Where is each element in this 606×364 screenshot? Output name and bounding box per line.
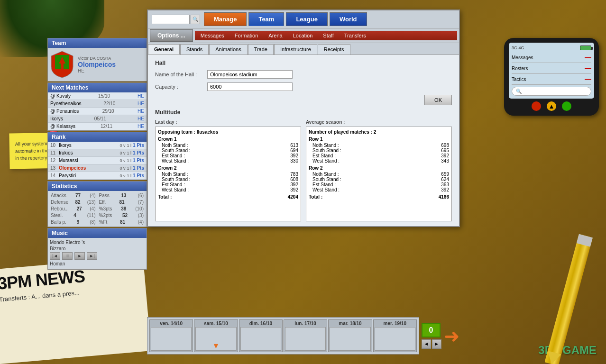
phone-nav-button[interactable]: ▲ [547,101,556,111]
phone-end-button[interactable] [532,101,541,111]
tab-general[interactable]: General [148,44,180,55]
stat-row-right: %2pts52(3) [98,212,146,218]
calendar-day[interactable]: lun. 17/10 [284,319,327,352]
team-button[interactable]: Team [248,12,284,26]
phone-screen: 3G 4G Messages — Rosters — Tactics — 🔍 [509,43,594,99]
row2-noth-val: 659 [441,172,449,177]
stat-extra: (8) [90,219,95,225]
pencil-tip [545,351,561,364]
sub-nav: Messages Formation Arena Location Staff … [195,31,457,40]
cal-day-label: mer. 19/10 [375,321,415,326]
tab-animations[interactable]: Animations [209,44,247,55]
search-input[interactable] [152,15,190,24]
phone-tactics-item[interactable]: Tactics — [512,74,591,85]
world-button[interactable]: World [330,12,367,26]
cal-day-box [375,327,415,351]
crown1-noth-line: Noth Stand : 613 [158,143,298,148]
cal-day-box: ▼ [195,327,236,351]
match-name: @ Kelassys [50,124,75,129]
messages-button[interactable]: Messages [196,31,229,40]
newspaper: 3PM NEWS Transferts : A... dans a pres..… [0,256,151,364]
formation-button[interactable]: Formation [230,31,263,40]
music-section: Music Mondo Electro 's Bizzaro |◄ ⏸ ► ►|… [47,228,147,270]
hall-name-input[interactable] [207,70,293,79]
stat-extra: (11) [87,213,96,218]
music-next-button[interactable]: ►| [87,252,97,260]
crown2-west-val: 392 [290,187,298,192]
phone-messages-dash: — [585,54,591,61]
calendar-day[interactable]: mar. 18/10 [328,319,372,352]
tab-receipts[interactable]: Receipts [318,44,350,55]
phone-search-bar[interactable]: 🔍 [512,87,591,96]
phone-messages-item[interactable]: Messages — [512,52,591,63]
location-button[interactable]: Location [288,31,318,40]
transfers-button[interactable]: Transfers [340,31,371,40]
phone-rosters-item[interactable]: Rosters — [512,63,591,74]
phone-buttons: ▲ [509,101,594,111]
stat-extra: (4) [90,206,95,211]
stat-val: 4 [73,213,76,218]
avg-season-total-val: 4166 [439,194,449,200]
team-section: Team Victor DA COSTA Olompeicos HE [47,38,147,82]
crown2-noth-line: Noth Stand : 783 [158,172,298,177]
last-day-total-label: Total : [158,194,172,200]
game-window: 🔍 Manage Team League World Options ... M… [147,9,460,227]
row1-title: Row 1 [309,136,449,142]
rank-points: 1 Pts [133,165,144,171]
calendar-day[interactable]: ven. 14/10 [149,319,193,352]
tab-trade[interactable]: Trade [248,44,274,55]
multitude-columns: Last day : Opposing team : Ilusaekos Cro… [155,119,452,221]
tab-infrastructure[interactable]: Infrastructure [274,44,317,55]
league-button[interactable]: League [286,12,328,26]
arena-button[interactable]: Arena [264,31,287,40]
music-play-button[interactable]: ► [74,252,85,260]
cal-day-box [240,327,281,351]
calendar-arrow-icon[interactable]: ➜ [444,325,460,347]
music-controls: |◄ ⏸ ► ►| [50,252,145,260]
row2-south-val: 624 [441,177,449,182]
row1-est-line: Est Stand : 392 [309,153,449,158]
crown1-title: Crown 1 [158,136,298,142]
manage-button[interactable]: Manage [204,12,247,26]
stat-val2: 81 [120,219,125,225]
search-button[interactable]: 🔍 [191,15,200,24]
options-bar: Options ... Messages Formation Arena Loc… [148,28,459,43]
row1-west-val: 343 [441,158,449,164]
calendar-day[interactable]: sam. 15/10▼ [194,319,238,352]
phone-rosters-dash: — [585,64,591,72]
tabs: General Stands Animations Trade Infrastr… [148,43,459,55]
music-prev-button[interactable]: |◄ [50,252,60,260]
options-button[interactable]: Options ... [150,29,193,42]
crown1-est-label: Est Stand : [162,153,185,158]
crown2-south-label: South Stand : [162,177,191,182]
stat-label: Balls p. [51,219,66,225]
hall-capacity-input[interactable] [207,82,293,91]
rank-row: 10Ikorys0 v1 l1 Pts [48,142,147,149]
calendar-day[interactable]: mer. 19/10 [373,319,417,352]
team-name: Olompeicos [78,61,144,68]
stat-row-left: Steal.4(11) [49,212,97,218]
last-day-header: Last day : [155,119,301,125]
crown2-noth-val: 783 [290,172,298,177]
staff-button[interactable]: Staff [318,31,338,40]
match-name: @ Kuvuly [50,93,71,99]
row1-noth-label: Noth Stand : [312,143,339,148]
match-date: 15/10 [98,93,110,99]
match-type: HE [138,101,144,106]
phone-tactics-dash: — [585,75,591,83]
row2-est-line: Est Stand : 363 [309,182,449,187]
calendar-next-button[interactable]: ► [432,339,441,349]
calendar-day[interactable]: dim. 16/10 [239,319,283,352]
ok-button[interactable]: OK [424,95,452,105]
match-row: Ikorys05/11HE [48,115,147,123]
music-pause-button[interactable]: ⏸ [62,252,73,260]
calendar-prev-button[interactable]: ◄ [422,339,431,349]
phone-call-button[interactable] [562,101,571,111]
stat-label2: %3pts [99,206,112,211]
match-date: 05/11 [94,116,106,121]
row1-south-val: 695 [441,148,449,153]
calendar-controls: 0 ◄ ► [422,323,441,349]
tab-stands[interactable]: Stands [180,44,209,55]
team-section-header: Team [48,38,147,48]
rank-row: 11Irukios0 v1 l1 Pts [48,149,147,157]
